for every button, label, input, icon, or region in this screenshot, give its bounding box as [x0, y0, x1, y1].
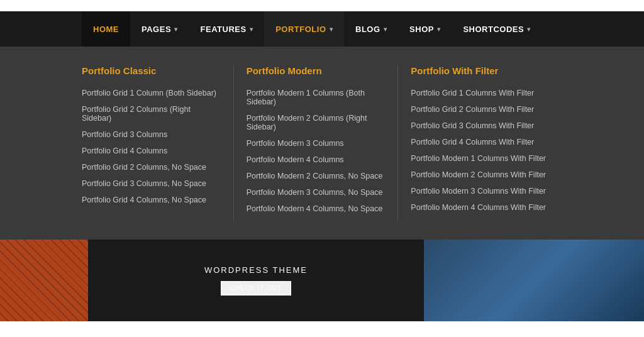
nav-item-shortcodes[interactable]: SHORTCODES▾: [452, 11, 541, 47]
menu-link[interactable]: Portfolio Modern 4 Columns: [247, 155, 386, 164]
nav-label: PAGES: [142, 25, 171, 34]
menu-link[interactable]: Portfolio Modern 3 Columns With Filter: [411, 187, 550, 196]
column-title-1: Portfolio Modern: [247, 65, 386, 76]
nav-item-pages[interactable]: PAGES▾: [130, 11, 189, 47]
menu-link[interactable]: Portfolio Modern 1 Columns With Filter: [411, 154, 550, 163]
column-title-0: Portfolio Classic: [82, 65, 221, 76]
chevron-down-icon: ▾: [437, 26, 441, 33]
menu-link[interactable]: Portfolio Grid 3 Columns With Filter: [411, 121, 550, 130]
menu-link[interactable]: Portfolio Grid 3 Columns, No Space: [82, 179, 221, 188]
chevron-down-icon: ▾: [330, 26, 333, 33]
hero-check-button[interactable]: CHECK IT OUT: [221, 281, 291, 296]
menu-link[interactable]: Portfolio Grid 2 Columns (Right Sidebar): [82, 105, 221, 123]
menu-link[interactable]: Portfolio Grid 2 Columns, No Space: [82, 163, 221, 172]
menu-link[interactable]: Portfolio Grid 4 Columns With Filter: [411, 138, 550, 146]
chevron-down-icon: ▾: [527, 26, 531, 33]
menu-link[interactable]: Portfolio Grid 3 Columns: [82, 130, 221, 139]
menu-link[interactable]: Portfolio Modern 3 Columns: [247, 139, 386, 148]
dropdown-column-2: Portfolio With FilterPortfolio Grid 1 Co…: [398, 65, 562, 221]
menu-link[interactable]: Portfolio Modern 2 Columns, No Space: [247, 172, 386, 180]
nav-label: HOME: [93, 25, 119, 34]
nav-item-features[interactable]: FEATURES▾: [189, 11, 265, 47]
menu-link[interactable]: Portfolio Grid 2 Columns With Filter: [411, 105, 550, 114]
nav-label: BLOG: [355, 25, 380, 34]
dropdown-column-0: Portfolio ClassicPortfolio Grid 1 Column…: [82, 65, 234, 221]
nav-label: SHORTCODES: [463, 25, 524, 34]
dropdown-column-1: Portfolio ModernPortfolio Modern 1 Colum…: [234, 65, 399, 221]
menu-link[interactable]: Portfolio Modern 4 Columns, No Space: [247, 204, 386, 213]
nav-label: SHOP: [409, 25, 434, 34]
nav-label: FEATURES: [201, 25, 247, 34]
menu-link[interactable]: Portfolio Modern 2 Columns With Filter: [411, 170, 550, 179]
main-nav: HOMEPAGES▾FEATURES▾PORTFOLIO▾BLOG▾SHOP▾S…: [0, 11, 644, 47]
nav-item-shop[interactable]: SHOP▾: [398, 11, 452, 47]
hero-center: Wordpress Theme CHECK IT OUT: [88, 240, 424, 321]
hero-area: Wordpress Theme CHECK IT OUT: [0, 240, 644, 321]
nav-item-portfolio[interactable]: PORTFOLIO▾: [264, 11, 344, 47]
menu-link[interactable]: Portfolio Modern 2 Columns (Right Sideba…: [247, 114, 386, 131]
menu-link[interactable]: Portfolio Modern 4 Columns With Filter: [411, 203, 550, 212]
hero-wp-text: Wordpress Theme: [204, 265, 308, 275]
hero-left: [0, 240, 88, 321]
chevron-down-icon: ▾: [250, 26, 253, 33]
menu-link[interactable]: Portfolio Modern 3 Columns, No Space: [247, 188, 386, 197]
menu-link[interactable]: Portfolio Grid 4 Columns, No Space: [82, 196, 221, 204]
nav-item-blog[interactable]: BLOG▾: [344, 11, 398, 47]
nav-item-home[interactable]: HOME: [82, 11, 130, 47]
menu-link[interactable]: Portfolio Grid 1 Columns With Filter: [411, 89, 550, 97]
menu-link[interactable]: Portfolio Modern 1 Columns (Both Sidebar…: [247, 89, 386, 106]
chevron-down-icon: ▾: [174, 26, 178, 33]
nav-label: PORTFOLIO: [275, 25, 326, 34]
chevron-down-icon: ▾: [384, 26, 387, 33]
menu-link[interactable]: Portfolio Grid 1 Column (Both Sidebar): [82, 89, 221, 97]
column-title-2: Portfolio With Filter: [411, 65, 550, 76]
hero-right: [424, 240, 644, 321]
dropdown-menu: Portfolio ClassicPortfolio Grid 1 Column…: [0, 47, 644, 240]
top-bar: [0, 0, 644, 11]
menu-link[interactable]: Portfolio Grid 4 Columns: [82, 146, 221, 155]
